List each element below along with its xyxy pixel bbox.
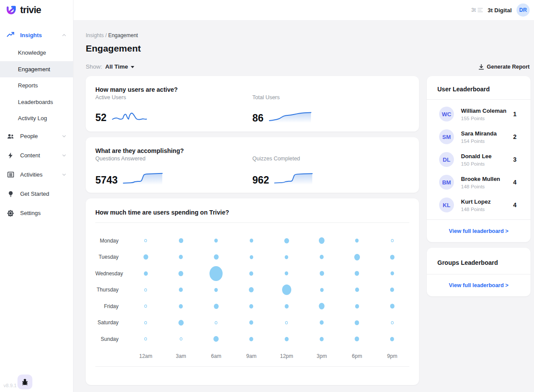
leaderboard-row[interactable]: SMSara Miranda154 Points2	[427, 125, 531, 148]
bubble-cell	[339, 336, 375, 341]
bubble	[144, 321, 147, 324]
user-leaderboard-title: User Leaderboard	[427, 76, 531, 99]
breadcrumb-parent[interactable]: Insights	[86, 32, 104, 38]
sidebar-item-activity-log[interactable]: Activity Log	[0, 110, 73, 127]
sidebar-item-activities[interactable]: Activities	[0, 165, 73, 184]
bubble-cell	[269, 284, 304, 295]
avatar: WC	[439, 107, 454, 121]
leaderboard-user-info: Brooke Mullen148 Points	[461, 176, 500, 189]
report-bug-button[interactable]	[17, 375, 32, 389]
bubble	[282, 284, 291, 295]
bubble	[209, 266, 223, 281]
lightbulb-icon	[7, 190, 14, 198]
hour-label: 9pm	[375, 353, 410, 359]
leaderboard-rank: 4	[513, 179, 518, 186]
bubble-cell	[199, 336, 234, 342]
leaderboard-row[interactable]: DLDonald Lee150 Points3	[427, 148, 531, 171]
leaderboard-user-info: William Coleman155 Points	[461, 108, 506, 121]
chevron-down-icon	[61, 172, 67, 177]
time-range-dropdown[interactable]: All Time	[105, 63, 134, 70]
active-users-card-title: How many users are active?	[95, 86, 409, 93]
bubble-cell	[128, 271, 164, 276]
leaderboard-user-points: 148 Points	[461, 207, 491, 212]
sidebar-item-get-started[interactable]: Get Started	[0, 184, 73, 204]
bubble	[249, 337, 253, 341]
bubble	[355, 288, 359, 292]
topbar: 3t 3t Digital DR	[73, 0, 534, 20]
bubble-cell	[304, 237, 340, 244]
org-mini-lines-icon	[478, 8, 483, 12]
org-mini-logo: 3t	[471, 7, 483, 13]
bubble-cell	[304, 303, 340, 309]
bubble	[179, 288, 183, 292]
left-column: How many users are active? Active Users …	[86, 76, 419, 385]
leaderboard-user-name: Brooke Mullen	[461, 176, 500, 182]
leaderboard-user-points: 155 Points	[461, 116, 506, 121]
day-label: Wednesday	[95, 271, 128, 277]
bubble-cell	[304, 271, 340, 276]
sidebar-item-settings[interactable]: Settings	[0, 204, 73, 223]
metric-value: 86	[252, 114, 264, 123]
bubble	[215, 321, 217, 324]
bubble	[214, 304, 219, 309]
bubble-cell	[269, 238, 304, 243]
hour-label: 6am	[199, 353, 234, 359]
sidebar-item-knowledge[interactable]: Knowledge	[0, 45, 73, 61]
bubble-cell	[199, 321, 234, 324]
sidebar-item-people[interactable]: People	[0, 127, 73, 146]
bubble	[249, 287, 254, 292]
sidebar-item-engagement[interactable]: Engagement	[0, 61, 73, 78]
time-spent-card-title: How much time are users spending on Triv…	[95, 209, 409, 216]
trending-up-icon	[7, 31, 14, 39]
bubble	[355, 239, 359, 243]
dashboard-columns: How many users are active? Active Users …	[86, 76, 531, 385]
divider	[95, 366, 409, 367]
bubble	[249, 304, 253, 309]
generate-report-button[interactable]: Generate Report	[478, 64, 530, 70]
bubble	[214, 239, 218, 243]
trivie-logo-icon	[6, 4, 17, 16]
bubble-cell	[199, 304, 234, 309]
sidebar-item-leaderboards[interactable]: Leaderboards	[0, 94, 73, 111]
leaderboard-row[interactable]: BMBrooke Mullen148 Points4	[427, 171, 531, 194]
divider	[95, 222, 409, 223]
bubble-cell	[234, 320, 269, 325]
sidebar-item-insights[interactable]: Insights	[0, 25, 73, 45]
bubble	[319, 303, 325, 309]
bubble	[320, 271, 324, 276]
bubble	[144, 271, 148, 276]
day-label: Sunday	[95, 336, 128, 342]
bubble-cell	[199, 239, 234, 243]
chevron-down-icon	[61, 133, 67, 139]
org-name[interactable]: 3t Digital	[488, 7, 512, 14]
bubble	[285, 271, 288, 275]
bubble-cell	[199, 254, 234, 260]
bubble	[319, 237, 325, 244]
leaderboard-row[interactable]: KLKurt Lopez148 Points4	[427, 194, 531, 216]
version-label: v8.9.1	[3, 383, 17, 388]
bubble	[178, 271, 183, 276]
sidebar-item-reports[interactable]: Reports	[0, 77, 73, 94]
leaderboard-row[interactable]: WCWilliam Coleman155 Points1	[427, 103, 531, 125]
bubble-row: Tuesday	[95, 249, 409, 266]
bubble	[391, 239, 394, 242]
hour-label: 12am	[128, 353, 164, 359]
generate-report-label: Generate Report	[487, 64, 530, 70]
sidebar-nav: InsightsKnowledgeEngagementReportsLeader…	[0, 25, 73, 223]
content-region: 3t 3t Digital DR Insights / Engagement E…	[73, 0, 534, 392]
bubble	[390, 337, 394, 341]
avatar: BM	[439, 175, 454, 190]
bubble	[179, 238, 183, 243]
view-full-leaderboard-link[interactable]: View full leaderboard >	[449, 228, 508, 234]
hour-label: 12pm	[269, 353, 304, 359]
day-label: Monday	[95, 238, 128, 244]
view-full-groups-leaderboard-link[interactable]: View full leaderboard >	[449, 282, 508, 288]
bug-icon	[21, 378, 29, 386]
bubble-cell	[304, 320, 340, 325]
sidebar-item-content[interactable]: Content	[0, 146, 73, 165]
user-avatar[interactable]: DR	[517, 3, 530, 17]
app-logo[interactable]: trivie	[0, 0, 73, 20]
chevron-up-icon	[61, 32, 67, 38]
bubble-cell	[269, 304, 304, 309]
bubble	[179, 255, 183, 259]
